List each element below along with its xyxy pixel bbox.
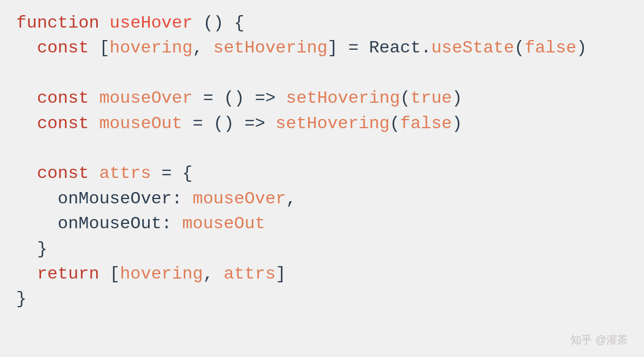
code-line-10: } (16, 237, 628, 262)
code-container: function useHover () { const [hovering, … (0, 0, 644, 357)
watermark: 知乎 @灌茶 (571, 333, 628, 347)
code-line-9: onMouseOut: mouseOut (16, 211, 628, 236)
blank-line-2 (16, 136, 628, 161)
code-line-1: function useHover () { (16, 11, 628, 36)
code-line-5: const mouseOut = () => setHovering(false… (16, 111, 628, 136)
blank-line-1 (16, 61, 628, 86)
code-line-11: return [hovering, attrs] (16, 262, 628, 287)
code-line-4: const mouseOver = () => setHovering(true… (16, 86, 628, 111)
code-block: function useHover () { const [hovering, … (16, 11, 628, 312)
code-line-2: const [hovering, setHovering] = React.us… (16, 36, 628, 61)
code-line-12: } (16, 287, 628, 312)
code-line-8: onMouseOver: mouseOver, (16, 187, 628, 211)
code-line-7: const attrs = { (16, 161, 628, 186)
